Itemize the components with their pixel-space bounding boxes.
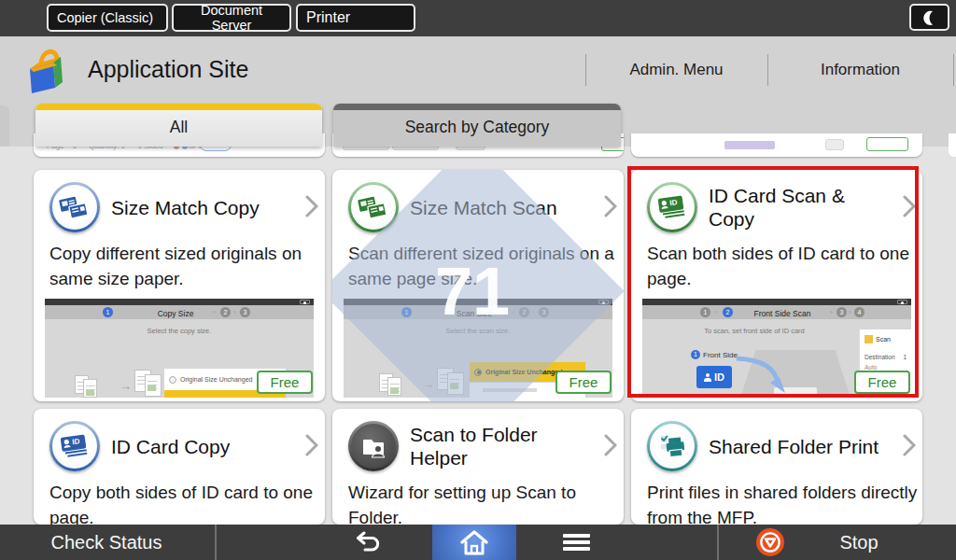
radio-selected-icon bbox=[474, 369, 482, 376]
header-divider bbox=[953, 54, 954, 86]
panel-setting: Auto bbox=[865, 364, 911, 371]
svg-text:ID: ID bbox=[72, 437, 80, 446]
step-separator: › bbox=[233, 308, 236, 316]
curved-arrow-icon bbox=[731, 353, 789, 396]
step-indicator: 4 bbox=[854, 307, 865, 317]
chevron-right-icon bbox=[604, 194, 617, 218]
card-description: Print files in shared folders directly f… bbox=[647, 480, 920, 525]
card-title: Shared Folder Print bbox=[709, 421, 893, 471]
thumb-subtitle: To scan, set front side of ID card bbox=[661, 327, 848, 335]
partial-app-card[interactable] bbox=[631, 133, 922, 157]
tab-accent-bar bbox=[333, 104, 621, 110]
stop-button[interactable]: Stop bbox=[747, 525, 924, 560]
thumb-title: Copy Size bbox=[134, 309, 218, 318]
svg-text:ID: ID bbox=[669, 198, 678, 207]
app-card-scan-to-folder-helper[interactable]: Scan to Folder Helper Wizard for setting… bbox=[332, 409, 624, 525]
moon-icon bbox=[921, 9, 938, 26]
arrow-right-icon: → bbox=[422, 377, 434, 391]
card-title: Size Match Copy bbox=[111, 182, 296, 232]
size-match-scan-icon bbox=[348, 182, 399, 232]
shared-folder-print-icon bbox=[647, 421, 697, 471]
tab-all[interactable]: All bbox=[35, 104, 322, 147]
step-indicator: 1 bbox=[103, 307, 113, 317]
partial-free-badge bbox=[866, 137, 908, 151]
tab-search-by-category[interactable]: Search by Category bbox=[333, 104, 621, 147]
step-indicator: 3 bbox=[539, 307, 549, 317]
step-indicator: 2 bbox=[519, 307, 529, 317]
card-description: Scan different sized originals on a same… bbox=[348, 241, 621, 291]
bottombar-divider bbox=[717, 525, 719, 560]
menu-icon bbox=[563, 534, 590, 538]
home-button[interactable] bbox=[432, 525, 516, 560]
panel-scan-label: Scan bbox=[876, 336, 891, 343]
panel-destination-label: Destination bbox=[865, 354, 895, 360]
stop-icon bbox=[756, 528, 784, 556]
partial-button bbox=[825, 139, 844, 150]
step-indicator: 2 bbox=[723, 307, 733, 317]
app-card-shared-folder-print[interactable]: Shared Folder Print Print files in share… bbox=[631, 409, 922, 525]
person-icon bbox=[704, 373, 711, 381]
card-description: Copy different sized originals on same s… bbox=[49, 241, 322, 291]
tab-search-label: Search by Category bbox=[405, 118, 550, 137]
card-title: ID Card Copy bbox=[111, 421, 296, 471]
chevron-right-icon bbox=[604, 433, 617, 457]
arrow-right-icon: → bbox=[120, 379, 132, 393]
step-indicator: 1 bbox=[700, 307, 710, 317]
scan-to-folder-helper-icon bbox=[348, 421, 399, 471]
tab-partial-left bbox=[0, 105, 9, 147]
free-badge: Free bbox=[555, 371, 612, 394]
thumb-step-bar: 1 Copy Size › 2 › 3 bbox=[45, 305, 314, 319]
chevron-right-icon bbox=[305, 433, 318, 457]
free-badge: Free bbox=[257, 371, 313, 394]
app-card-size-match-copy[interactable]: Size Match Copy Copy different sized ori… bbox=[34, 170, 325, 401]
menu-button[interactable] bbox=[563, 534, 590, 551]
thumb-title: Front Side Scan bbox=[740, 309, 824, 318]
information-link[interactable]: Information bbox=[767, 36, 953, 103]
card-title: Scan to Folder Helper bbox=[410, 421, 595, 471]
app-card-id-card-copy[interactable]: ID ID Card Copy Copy both sides of ID ca… bbox=[34, 409, 325, 525]
step-indicator: 2 bbox=[220, 307, 231, 317]
application-site-bag-icon bbox=[26, 45, 69, 95]
menu-icon bbox=[563, 547, 590, 551]
id-card-scan-copy-icon: ID bbox=[647, 182, 697, 232]
back-button[interactable] bbox=[338, 525, 396, 560]
app-card-id-card-scan-copy[interactable]: ID ID Card Scan & Copy Scan both sides o… bbox=[631, 170, 922, 401]
step-separator: › bbox=[830, 308, 833, 316]
radio-icon bbox=[169, 376, 176, 384]
thumb-titlebar bbox=[45, 299, 314, 305]
free-badge: Free bbox=[854, 371, 910, 394]
chevron-right-icon bbox=[903, 194, 916, 218]
card-description: Scan both sides of ID card to one page. bbox=[647, 241, 920, 291]
thumb-option-label: Original Size Unchanged bbox=[485, 369, 562, 375]
thumb-step-bar: 1 › 2 Front Side Scan › 3 › 4 bbox=[642, 305, 911, 319]
step-separator: › bbox=[213, 308, 216, 316]
document-server-button[interactable]: Document Server bbox=[172, 4, 291, 32]
thumb-option-label: Original Size Unchanged bbox=[180, 376, 252, 383]
moon-icon bbox=[897, 300, 907, 304]
card-description: Wizard for setting up Scan to Folder. bbox=[348, 480, 621, 525]
mfp-touch-screen: Copier (Classic) Document Server Printer… bbox=[0, 0, 956, 560]
panel-destination-value: 1 bbox=[903, 354, 907, 360]
step-indicator: 3 bbox=[240, 307, 250, 317]
app-card-size-match-scan[interactable]: Size Match Scan Scan different sized ori… bbox=[332, 170, 624, 401]
moon-icon bbox=[598, 300, 609, 304]
thumb-titlebar bbox=[642, 299, 911, 305]
dark-mode-button[interactable] bbox=[909, 4, 949, 31]
admin-menu-link[interactable]: Admin. Menu bbox=[585, 36, 767, 103]
step-indicator: 3 bbox=[836, 307, 847, 317]
bottombar-divider bbox=[215, 525, 217, 560]
step-indicator: 1 bbox=[401, 307, 412, 317]
copier-classic-button[interactable]: Copier (Classic) bbox=[47, 4, 168, 32]
check-status-button[interactable]: Check Status bbox=[0, 525, 213, 560]
scan-highlight-icon bbox=[865, 335, 873, 343]
step-separator: › bbox=[512, 308, 514, 316]
printer-button[interactable]: Printer bbox=[296, 4, 415, 32]
partial-highlight-bar bbox=[724, 141, 775, 149]
home-icon bbox=[459, 528, 489, 556]
back-arrow-icon bbox=[351, 531, 383, 553]
chevron-right-icon bbox=[903, 433, 916, 457]
card-title: ID Card Scan & Copy bbox=[709, 182, 893, 232]
chevron-right-icon bbox=[305, 194, 318, 218]
tab-all-label: All bbox=[170, 118, 188, 137]
step-separator: › bbox=[532, 308, 535, 316]
